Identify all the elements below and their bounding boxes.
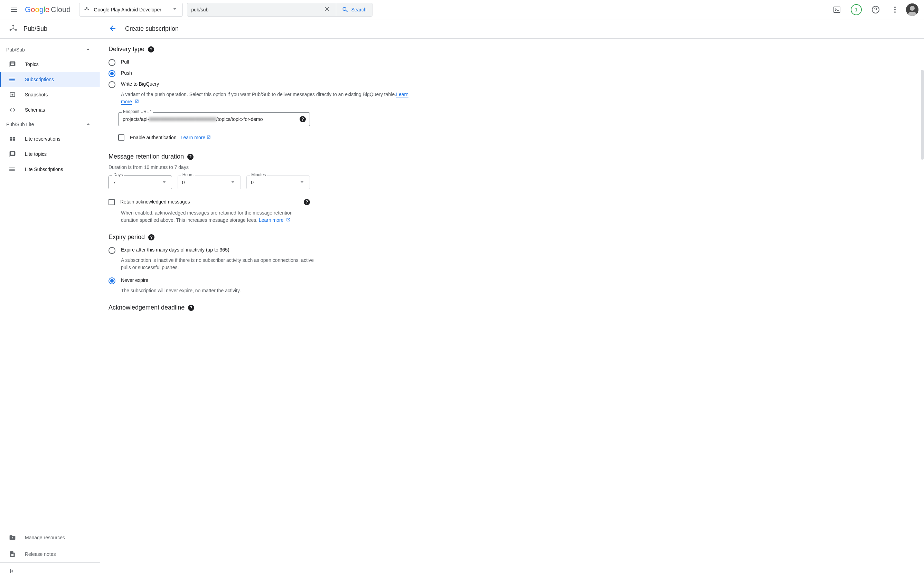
sidebar-item-lite-topics[interactable]: Lite topics	[0, 147, 100, 162]
auth-learn-more-link[interactable]: Learn more	[181, 135, 206, 140]
sidebar-release-notes[interactable]: Release notes	[0, 546, 100, 563]
lite-reservations-icon	[8, 136, 16, 142]
radio-push[interactable]: Push	[108, 68, 410, 79]
svg-point-11	[10, 29, 11, 31]
svg-point-9	[910, 6, 915, 11]
days-select[interactable]: Days 7	[108, 175, 172, 189]
folder-gear-icon	[8, 534, 16, 541]
help-icon[interactable]: ?	[148, 46, 154, 52]
svg-point-15	[9, 79, 10, 80]
radio-button[interactable]	[108, 277, 115, 284]
radio-never-expire[interactable]: Never expire	[108, 275, 410, 286]
svg-rect-22	[13, 139, 15, 141]
schemas-icon	[8, 106, 16, 113]
user-avatar[interactable]	[906, 3, 919, 16]
svg-point-0	[86, 7, 87, 8]
more-options-icon[interactable]	[887, 2, 903, 18]
hamburger-menu[interactable]	[5, 2, 22, 18]
minutes-select[interactable]: Minutes 0	[246, 175, 310, 189]
retain-ack-row: Retain acknowledged messages ?	[108, 196, 310, 209]
chevron-down-icon	[229, 178, 236, 186]
svg-point-18	[12, 94, 13, 96]
radio-button[interactable]	[108, 70, 115, 77]
back-button[interactable]	[108, 24, 117, 34]
retain-ack-description: When enabled, acknowledged messages are …	[121, 209, 307, 224]
project-selector[interactable]: Google Play Android Developer	[79, 3, 183, 16]
svg-rect-21	[10, 139, 12, 141]
sidebar-item-subscriptions[interactable]: Subscriptions	[0, 72, 100, 87]
help-icon[interactable]: ?	[299, 116, 306, 122]
svg-point-23	[9, 168, 10, 168]
sidebar-item-lite-reservations[interactable]: Lite reservations	[0, 131, 100, 147]
retain-ack-checkbox[interactable]	[108, 199, 115, 205]
svg-point-26	[12, 537, 13, 538]
chevron-down-icon	[161, 178, 168, 186]
hours-select[interactable]: Hours 0	[178, 175, 241, 189]
lite-subscriptions-icon	[8, 166, 16, 173]
delivery-type-heading: Delivery type ?	[108, 46, 410, 53]
sidebar-collapse-button[interactable]	[0, 563, 100, 579]
topics-icon	[8, 61, 16, 68]
enable-auth-checkbox[interactable]	[118, 134, 124, 141]
sidebar-group-pubsub[interactable]: Pub/Sub	[0, 43, 100, 57]
svg-rect-20	[13, 137, 15, 139]
top-header: Google Cloud Google Play Android Develop…	[0, 0, 924, 20]
radio-bigquery[interactable]: Write to BigQuery	[108, 79, 410, 90]
retain-learn-more-link[interactable]: Learn more	[259, 217, 284, 223]
help-icon[interactable]: ?	[188, 305, 194, 311]
svg-point-13	[12, 28, 14, 29]
external-link-icon	[133, 99, 139, 104]
sidebar-manage-resources[interactable]: Manage resources	[0, 529, 100, 546]
sidebar-product-header[interactable]: Pub/Sub	[0, 20, 100, 39]
chevron-down-icon	[172, 5, 178, 13]
sidebar-item-topics[interactable]: Topics	[0, 57, 100, 72]
endpoint-url-label: Endpoint URL *	[122, 109, 153, 114]
content-header: Create subscription	[100, 20, 924, 39]
scrollbar[interactable]	[921, 39, 924, 579]
search-button[interactable]: Search	[336, 3, 372, 16]
svg-rect-19	[10, 137, 12, 139]
radio-button[interactable]	[108, 81, 115, 88]
endpoint-url-input[interactable]: projects/api-0000000000000000000000000/t…	[118, 112, 310, 126]
help-icon[interactable]: ?	[304, 199, 310, 205]
google-cloud-logo[interactable]: Google Cloud	[25, 5, 71, 14]
svg-point-12	[15, 29, 17, 31]
radio-button[interactable]	[108, 247, 115, 254]
radio-button[interactable]	[108, 59, 115, 66]
content-area: Create subscription Delivery type ? Pull…	[100, 20, 924, 579]
notifications-icon[interactable]: 1	[848, 2, 865, 18]
radio-expire-inactive[interactable]: Expire after this many days of inactivit…	[108, 245, 410, 256]
sidebar-item-schemas[interactable]: Schemas	[0, 102, 100, 118]
radio-pull[interactable]: Pull	[108, 57, 410, 68]
svg-point-24	[9, 169, 10, 170]
subscriptions-icon	[8, 76, 16, 83]
search-container: Search	[187, 3, 373, 16]
help-icon[interactable]: ?	[187, 154, 193, 160]
help-icon[interactable]	[867, 2, 884, 18]
chevron-down-icon	[299, 178, 306, 186]
ack-deadline-heading: Acknowledgement deadline ?	[108, 304, 410, 311]
help-icon[interactable]: ?	[148, 234, 154, 240]
svg-point-7	[894, 11, 896, 13]
sidebar-item-snapshots[interactable]: Snapshots	[0, 87, 100, 102]
document-icon	[8, 551, 16, 558]
enable-auth-row: Enable authentication Learn more	[118, 132, 410, 143]
endpoint-url-field: Endpoint URL * projects/api-000000000000…	[118, 112, 310, 126]
svg-point-6	[894, 9, 896, 10]
bigquery-description: A variant of the push operation. Select …	[121, 91, 410, 105]
retention-hint: Duration is from 10 minutes to 7 days	[108, 164, 410, 170]
cloud-shell-icon[interactable]	[829, 2, 845, 18]
project-name: Google Play Android Developer	[94, 7, 168, 12]
sidebar-item-lite-subscriptions[interactable]: Lite Subscriptions	[0, 162, 100, 177]
expiry-heading: Expiry period ?	[108, 234, 410, 241]
project-icon	[83, 6, 90, 13]
search-input[interactable]	[191, 7, 322, 12]
snapshots-icon	[8, 91, 16, 98]
sidebar-group-pubsub-lite[interactable]: Pub/Sub Lite	[0, 118, 100, 131]
svg-point-25	[9, 170, 10, 171]
page-title: Create subscription	[125, 25, 179, 33]
pubsub-icon	[8, 23, 18, 34]
search-clear-icon[interactable]	[322, 4, 332, 15]
retention-heading: Message retention duration ?	[108, 153, 410, 160]
svg-point-16	[9, 80, 10, 81]
